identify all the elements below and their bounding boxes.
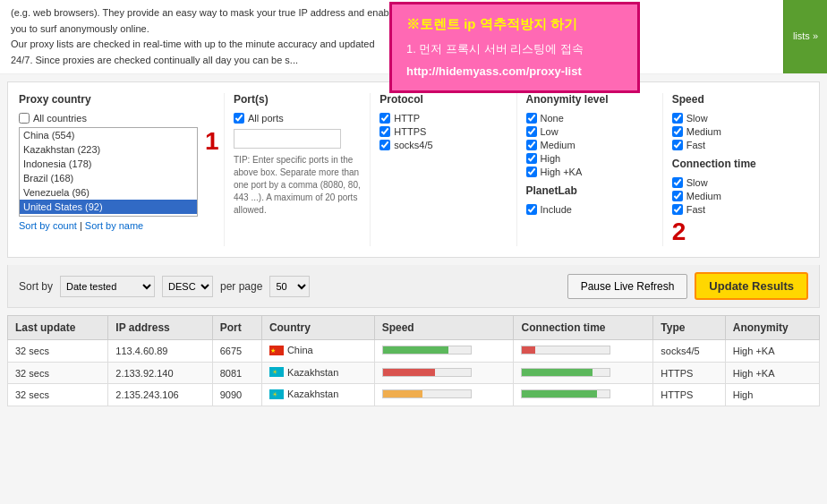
flag-icon: ★ (269, 346, 284, 355)
socks-label[interactable]: socks4/5 (379, 140, 507, 150)
korean-banner: ※토렌트 ip 역추적방지 하기 1. 먼저 프록시 서버 리스팅에 접속 ht… (389, 2, 640, 93)
sort-by-count-link[interactable]: Sort by count (19, 220, 77, 231)
cell-ip: 2.133.92.140 (108, 362, 212, 384)
top-text-line3: Our proxy lists are checked in real-time… (11, 38, 375, 49)
list-item[interactable]: Venezuela (96) (20, 185, 197, 200)
https-label[interactable]: HTTPS (379, 126, 507, 137)
anonymity-heading: Anonymity level (526, 93, 653, 106)
speed-fast-cb[interactable] (672, 140, 683, 150)
speed-slow[interactable]: Slow (672, 113, 799, 124)
cell-type: HTTPS (653, 362, 725, 384)
per-page-select[interactable]: 10 20 30 50 100 (269, 276, 310, 297)
anon-high[interactable]: High (526, 153, 653, 164)
svg-text:☀: ☀ (272, 369, 277, 375)
col-speed: Speed (374, 316, 514, 340)
korean-title: ※토렌트 ip 역추적방지 하기 (406, 13, 623, 35)
sort-links: Sort by count | Sort by name (19, 220, 215, 231)
conn-fast[interactable]: Fast (672, 204, 799, 215)
cell-ip: 2.135.243.106 (108, 384, 212, 406)
cell-anonymity: High +KA (725, 362, 819, 384)
conn-slow-cb[interactable] (672, 177, 683, 188)
socks-checkbox[interactable] (379, 140, 390, 150)
svg-text:☀: ☀ (272, 391, 277, 397)
anon-none-cb[interactable] (526, 113, 537, 124)
cell-conn-time (514, 340, 653, 363)
http-label[interactable]: HTTP (379, 113, 507, 124)
anonymity-filter: Anonymity level None Low Medium High Hig… (517, 93, 663, 246)
cell-conn-time (514, 362, 653, 384)
conn-fast-cb[interactable] (672, 204, 683, 215)
col-type: Type (653, 316, 725, 340)
cell-country: ☀Kazakhstan (261, 384, 374, 406)
list-item[interactable]: Indonesia (178) (20, 157, 197, 171)
anon-medium[interactable]: Medium (526, 140, 653, 150)
planetlab-cb[interactable] (526, 204, 537, 215)
step1-badge: 1 (205, 127, 219, 156)
list-item[interactable]: China (554) (20, 128, 197, 142)
cell-port: 9090 (212, 384, 261, 406)
list-item[interactable]: Kazakhstan (223) (20, 142, 197, 157)
top-text-area: (e.g. web browsers). They provide an eas… (0, 0, 827, 74)
speed-medium[interactable]: Medium (672, 126, 799, 137)
speed-medium-cb[interactable] (672, 126, 683, 137)
top-text-line4: 24/7. Since proxies are checked continua… (11, 55, 298, 65)
col-conn-time: Connection time (514, 316, 653, 340)
all-countries-checkbox[interactable] (19, 113, 30, 124)
col-port: Port (212, 316, 261, 340)
anon-highka[interactable]: High +KA (526, 167, 653, 177)
list-item-selected[interactable]: United States (92) (20, 200, 197, 214)
sort-separator: | (80, 220, 82, 231)
filter-section: Proxy country All countries China (554) … (7, 81, 820, 258)
speed-slow-cb[interactable] (672, 113, 683, 124)
port-heading: Port(s) (234, 93, 361, 106)
all-ports-label[interactable]: All ports (234, 113, 361, 124)
top-text-line1: (e.g. web browsers). They provide an eas… (11, 7, 396, 18)
flag-icon: ☀ (269, 389, 284, 399)
update-results-button[interactable]: Update Results (695, 272, 808, 300)
col-last-update: Last update (8, 316, 108, 340)
all-countries-label[interactable]: All countries (19, 113, 215, 124)
conn-slow[interactable]: Slow (672, 177, 799, 188)
anon-high-cb[interactable] (526, 153, 537, 164)
cell-last-update: 32 secs (8, 384, 108, 406)
anon-highka-cb[interactable] (526, 167, 537, 177)
col-ip: IP address (108, 316, 212, 340)
cell-speed (374, 340, 514, 363)
all-ports-checkbox[interactable] (234, 113, 244, 124)
cell-type: socks4/5 (653, 340, 725, 363)
sort-by-name-link[interactable]: Sort by name (85, 220, 143, 231)
sort-select[interactable]: Date tested IP address Port Country Spee… (60, 276, 155, 297)
port-input[interactable] (234, 129, 341, 149)
conn-medium[interactable]: Medium (672, 191, 799, 201)
korean-url: http://hidemyass.com/proxy-list (406, 63, 623, 81)
cell-last-update: 32 secs (8, 340, 108, 363)
anon-none[interactable]: None (526, 113, 653, 124)
svg-text:★: ★ (270, 347, 276, 354)
planetlab-section: PlanetLab Include (526, 184, 653, 215)
country-list[interactable]: China (554) Kazakhstan (223) Indonesia (… (19, 127, 198, 217)
cell-conn-time (514, 384, 653, 406)
col-country: Country (261, 316, 374, 340)
anon-low-cb[interactable] (526, 126, 537, 137)
speed-fast[interactable]: Fast (672, 140, 799, 150)
proxy-country-filter: Proxy country All countries China (554) … (19, 93, 225, 246)
table-row: 32 secs 113.4.60.89 6675 ★China socks4/5… (8, 340, 820, 363)
anon-low[interactable]: Low (526, 126, 653, 137)
planetlab-include[interactable]: Include (526, 204, 653, 215)
cell-country: ☀Kazakhstan (261, 362, 374, 384)
port-filter: Port(s) All ports TIP: Enter specific po… (225, 93, 371, 246)
top-text-line2: you to surf anonymously online. (11, 23, 149, 34)
pause-live-refresh-button[interactable]: Pause Live Refresh (567, 274, 688, 299)
list-item[interactable]: Brazil (168) (20, 171, 197, 185)
proxy-country-heading: Proxy country (19, 93, 215, 106)
speed-filter: Speed Slow Medium Fast Connection time S… (663, 93, 808, 246)
conn-medium-cb[interactable] (672, 191, 683, 201)
https-checkbox[interactable] (379, 126, 390, 137)
lists-button[interactable]: lists » (783, 0, 827, 73)
order-select[interactable]: DESC ASC (162, 276, 213, 297)
per-page-label: per page (220, 280, 262, 293)
http-checkbox[interactable] (379, 113, 390, 124)
proxy-table: Last update IP address Port Country Spee… (7, 315, 820, 406)
cell-last-update: 32 secs (8, 362, 108, 384)
anon-medium-cb[interactable] (526, 140, 537, 150)
